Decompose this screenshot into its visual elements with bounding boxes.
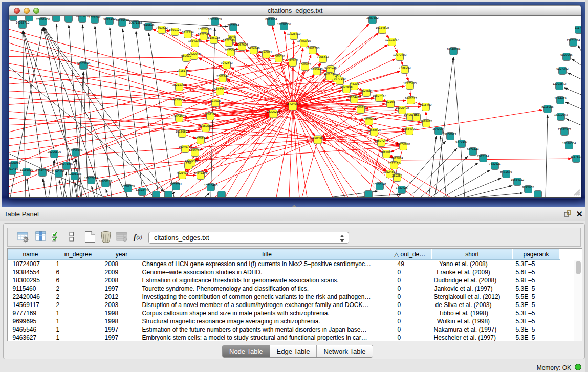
svg-text:1145193: 1145193: [53, 170, 66, 173]
svg-text:8813054: 8813054: [265, 18, 277, 21]
svg-text:1621072: 1621072: [323, 73, 336, 76]
svg-text:1527602: 1527602: [89, 16, 101, 19]
svg-text:10671355: 10671355: [129, 21, 143, 24]
svg-text:1588520: 1588520: [273, 55, 285, 58]
svg-text:12505135: 12505135: [68, 172, 82, 176]
svg-text:16409910: 16409910: [297, 39, 311, 42]
svg-text:17016504: 17016504: [562, 142, 576, 145]
svg-text:8186328: 8186328: [208, 36, 220, 39]
svg-text:9329966: 9329966: [560, 53, 573, 56]
svg-text:10807487: 10807487: [373, 94, 386, 97]
svg-text:12093872: 12093872: [553, 82, 567, 85]
svg-text:19654983: 19654983: [172, 115, 186, 118]
svg-text:10975887: 10975887: [60, 162, 74, 165]
svg-text:3675685: 3675685: [225, 49, 237, 52]
svg-text:12975115: 12975115: [403, 82, 417, 85]
svg-text:9327505: 9327505: [198, 33, 210, 36]
svg-text:10973493: 10973493: [393, 53, 407, 56]
svg-text:1640954: 1640954: [432, 127, 445, 130]
svg-text:16961758: 16961758: [306, 47, 320, 50]
svg-text:15720407: 15720407: [362, 118, 376, 121]
svg-text:832203: 832203: [288, 59, 298, 62]
svg-text:12323446: 12323446: [136, 188, 149, 191]
svg-text:7955812: 7955812: [317, 55, 329, 58]
svg-text:1733426: 1733426: [396, 186, 408, 189]
svg-text:9777169: 9777169: [334, 77, 346, 80]
svg-text:1612074: 1612074: [391, 157, 403, 160]
svg-text:804: 804: [414, 114, 420, 117]
svg-text:16543362: 16543362: [188, 39, 202, 42]
svg-text:16046736: 16046736: [179, 145, 192, 148]
svg-text:7632621: 7632621: [489, 162, 501, 165]
svg-text:1167533: 1167533: [571, 155, 581, 158]
svg-text:8471676: 8471676: [500, 170, 512, 173]
svg-text:2718176: 2718176: [177, 69, 189, 72]
svg-text:6966160: 6966160: [103, 17, 116, 20]
svg-text:8267110: 8267110: [205, 113, 217, 116]
svg-text:16154808: 16154808: [376, 26, 389, 29]
svg-text:10107553: 10107553: [171, 99, 185, 102]
svg-text:10655267: 10655267: [76, 16, 90, 18]
svg-text:9463627: 9463627: [405, 97, 417, 100]
svg-text:7515526: 7515526: [142, 23, 155, 26]
svg-text:8660124: 8660124: [169, 28, 181, 31]
svg-text:1335061: 1335061: [9, 161, 20, 164]
svg-text:3911413: 3911413: [9, 167, 18, 170]
svg-text:14055712: 14055712: [16, 21, 30, 24]
svg-text:7625402: 7625402: [176, 171, 188, 174]
svg-text:8427552: 8427552: [214, 87, 226, 91]
svg-text:8678334: 8678334: [194, 137, 207, 140]
svg-text:10958117: 10958117: [99, 180, 113, 183]
svg-text:917006: 917006: [210, 99, 221, 102]
svg-text:8990448: 8990448: [311, 68, 323, 71]
svg-text:10654112: 10654112: [511, 178, 525, 181]
svg-text:18807249: 18807249: [375, 139, 388, 142]
svg-text:12342737: 12342737: [36, 169, 50, 172]
svg-text:1562615: 1562615: [299, 63, 311, 66]
svg-text:8454749: 8454749: [248, 47, 260, 50]
svg-text:9146821: 9146821: [260, 51, 272, 54]
svg-text:16210643: 16210643: [554, 113, 568, 116]
svg-text:10719155: 10719155: [116, 19, 129, 22]
svg-text:8912954: 8912954: [182, 31, 194, 34]
svg-text:15716485: 15716485: [204, 184, 218, 187]
svg-text:6879197: 6879197: [455, 140, 468, 143]
svg-text:2803144: 2803144: [216, 75, 229, 78]
svg-text:8215955: 8215955: [541, 105, 554, 108]
svg-text:9227342: 9227342: [556, 67, 569, 70]
svg-text:20691406: 20691406: [36, 18, 50, 21]
svg-text:170: 170: [186, 162, 191, 165]
svg-text:11156829: 11156829: [20, 168, 33, 171]
svg-text:7485063: 7485063: [399, 66, 411, 69]
svg-text:62160: 62160: [386, 100, 395, 103]
svg-text:7866322: 7866322: [355, 106, 367, 109]
svg-text:1244419: 1244419: [554, 97, 567, 100]
svg-text:18724007: 18724007: [286, 102, 300, 105]
svg-text:19654923: 19654923: [403, 127, 417, 130]
svg-text:15136141: 15136141: [373, 183, 387, 186]
svg-text:20053346: 20053346: [77, 62, 91, 65]
svg-text:7357224: 7357224: [227, 24, 239, 27]
svg-text:9857791: 9857791: [170, 183, 182, 186]
svg-text:9242843: 9242843: [221, 61, 233, 64]
svg-text:252254: 252254: [392, 174, 403, 177]
svg-text:16033809: 16033809: [208, 18, 222, 21]
svg-text:9327506: 9327506: [223, 39, 235, 42]
svg-text:1615132: 1615132: [388, 162, 400, 165]
svg-text:10025438: 10025438: [396, 106, 409, 110]
svg-text:16648784: 16648784: [447, 48, 461, 51]
svg-text:15226058: 15226058: [198, 28, 212, 31]
svg-text:1546: 1546: [228, 35, 235, 38]
svg-text:6497568: 6497568: [340, 85, 353, 89]
svg-text:18300295: 18300295: [267, 110, 280, 113]
svg-text:9245652: 9245652: [522, 186, 534, 189]
svg-text:7663822: 7663822: [156, 26, 168, 29]
svg-text:20364436: 20364436: [347, 96, 361, 99]
svg-text:15692971: 15692971: [558, 128, 572, 131]
svg-text:6794028: 6794028: [324, 66, 337, 69]
svg-text:11174: 11174: [575, 26, 581, 29]
svg-text:9884067: 9884067: [380, 150, 393, 154]
svg-text:16914479: 16914479: [194, 172, 208, 175]
svg-text:2367608: 2367608: [236, 43, 248, 46]
svg-text:(x): (x): [137, 234, 143, 240]
